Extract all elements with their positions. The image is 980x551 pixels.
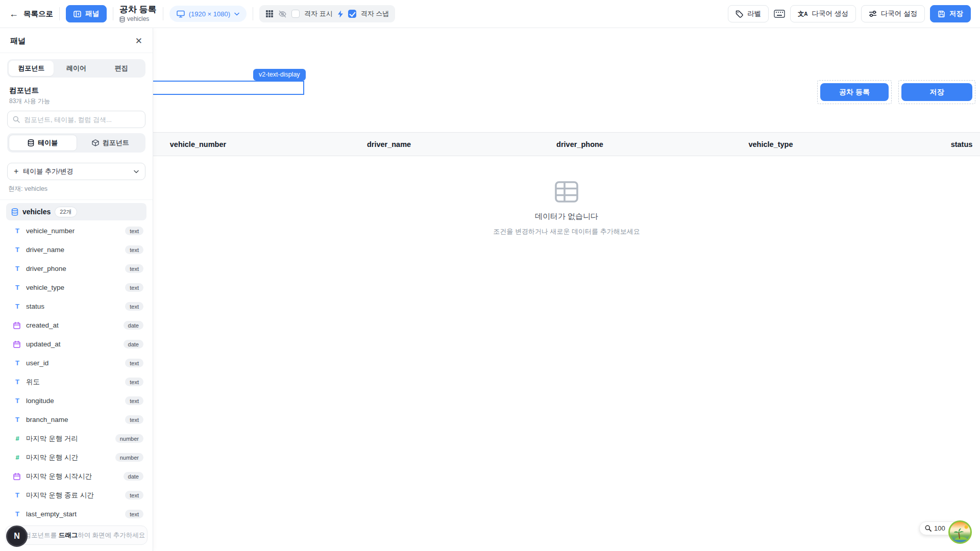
eye-off-icon[interactable] — [278, 10, 287, 18]
panel-toggle-label: 패널 — [85, 9, 99, 18]
label-button[interactable]: 라벨 — [728, 5, 769, 22]
field-name: user_id — [26, 359, 48, 367]
i18n-settings-button[interactable]: 다국어 설정 — [861, 5, 925, 22]
add-change-table-button[interactable]: + 테이블 추가/변경 — [7, 163, 145, 180]
back-to-list-button[interactable]: ← 목록으로 — [9, 9, 53, 19]
table-row-vehicles[interactable]: vehicles 22개 — [6, 203, 146, 220]
canvas-register-button[interactable]: 공차 등록 — [820, 83, 889, 101]
canvas-save-button[interactable]: 저장 — [901, 83, 972, 101]
translate-icon: 文A — [798, 10, 807, 18]
text-type-icon: T — [13, 510, 21, 518]
field-row-마지막 운행 종료 시간[interactable]: T마지막 운행 종료 시간text — [6, 486, 146, 505]
field-type-badge: text — [125, 359, 143, 367]
i18n-settings-label: 다국어 설정 — [881, 9, 917, 18]
text-type-icon: T — [13, 303, 21, 310]
selected-text-display-component[interactable] — [132, 81, 304, 95]
panel-tabs: 컴포넌트레이어편집 — [7, 59, 145, 78]
zoom-level-value: 100 — [934, 524, 945, 532]
field-type-badge: text — [125, 396, 143, 405]
sliders-icon — [869, 10, 877, 17]
divider — [163, 7, 163, 20]
field-type-badge: text — [125, 302, 143, 311]
field-row-마지막 운행 거리[interactable]: #마지막 운행 거리number — [6, 429, 146, 448]
avatar[interactable]: N — [6, 525, 28, 547]
field-type-badge: number — [115, 434, 143, 443]
grid-controls-group: 격자 표시 격자 스냅 — [259, 5, 395, 22]
field-row-user_id[interactable]: Tuser_idtext — [6, 354, 146, 372]
viewport-size-label: (980 × 551) — [189, 10, 230, 18]
viewport-size-dropdown[interactable]: (980 × 551) — [169, 6, 247, 22]
database-icon — [119, 16, 125, 22]
lightning-icon[interactable] — [337, 10, 344, 18]
text-type-icon: T — [13, 491, 21, 499]
add-change-table-label: 테이블 추가/변경 — [23, 167, 73, 176]
monitor-icon — [177, 10, 185, 18]
page-title: 공차 등록 — [119, 5, 157, 15]
divider — [113, 7, 113, 20]
field-name: branch_name — [26, 416, 68, 423]
field-row-longitude[interactable]: Tlongitudetext — [6, 391, 146, 410]
empty-state-title: 데이터가 없습니다 — [439, 212, 694, 221]
field-type-badge: date — [124, 340, 143, 348]
source-toggle: 테이블 컴포넌트 — [7, 133, 145, 153]
field-row-driver_name[interactable]: Tdriver_nametext — [6, 240, 146, 259]
field-row-last_empty_start[interactable]: Tlast_empty_starttext — [6, 505, 146, 523]
island-feedback-icon[interactable] — [948, 520, 972, 544]
keyboard-shortcuts-icon[interactable] — [774, 10, 785, 18]
text-type-icon: T — [13, 284, 21, 291]
field-row-status[interactable]: Tstatustext — [6, 297, 146, 316]
save-button-label: 저장 — [949, 9, 963, 18]
field-row-vehicle_number[interactable]: Tvehicle_numbertext — [6, 221, 146, 240]
table-header-vehicle_type[interactable]: vehicle_type — [675, 133, 866, 156]
field-name: 마지막 운행 종료 시간 — [26, 491, 94, 500]
close-icon[interactable]: ✕ — [135, 37, 142, 45]
text-type-icon: T — [13, 397, 21, 405]
divider — [0, 199, 153, 200]
field-row-vehicle_type[interactable]: Tvehicle_typetext — [6, 278, 146, 297]
save-button[interactable]: 저장 — [930, 5, 971, 22]
field-type-badge: text — [125, 245, 143, 254]
table-header-driver_phone[interactable]: driver_phone — [484, 133, 675, 156]
field-row-updated_at[interactable]: updated_atdate — [6, 335, 146, 354]
field-name: 마지막 운행 거리 — [26, 434, 78, 443]
grid-icon[interactable] — [265, 10, 274, 18]
component-search[interactable] — [7, 111, 145, 128]
field-name: longitude — [26, 397, 54, 405]
field-row-마지막 운행 시간[interactable]: #마지막 운행 시간number — [6, 448, 146, 467]
toggle-component-label: 컴포넌트 — [103, 138, 129, 147]
number-type-icon: # — [13, 454, 21, 461]
field-name: vehicle_number — [26, 227, 75, 235]
field-name: 마지막 운행 시작시간 — [26, 472, 92, 481]
database-icon — [28, 139, 34, 146]
table-header-driver_name[interactable]: driver_name — [293, 133, 484, 156]
field-row-branch_name[interactable]: Tbranch_nametext — [6, 410, 146, 429]
date-type-icon — [13, 341, 21, 348]
panel-toggle-button[interactable]: 패널 — [66, 5, 107, 22]
field-count-badge: 22개 — [55, 207, 77, 217]
toggle-component-button[interactable]: 컴포넌트 — [77, 135, 144, 151]
table-name: vehicles — [22, 208, 51, 216]
text-type-icon: T — [13, 227, 21, 235]
table-header-status[interactable]: status — [866, 133, 980, 156]
field-row-created_at[interactable]: created_atdate — [6, 316, 146, 335]
field-row-위도[interactable]: T위도text — [6, 372, 146, 391]
search-icon — [13, 116, 20, 123]
divider — [253, 7, 253, 20]
field-row-driver_phone[interactable]: Tdriver_phonetext — [6, 259, 146, 278]
field-type-badge: text — [125, 491, 143, 499]
field-row-마지막 운행 시작시간[interactable]: 마지막 운행 시작시간date — [6, 467, 146, 486]
toggle-table-button[interactable]: 테이블 — [9, 135, 77, 151]
text-type-icon: T — [13, 246, 21, 254]
tab-레이어[interactable]: 레이어 — [54, 61, 99, 76]
search-input[interactable] — [24, 116, 140, 123]
magnifier-icon — [925, 525, 932, 532]
field-type-badge: text — [125, 283, 143, 292]
grid-show-checkbox[interactable] — [291, 10, 300, 18]
grid-snap-checkbox[interactable] — [348, 10, 356, 18]
chevron-down-icon — [134, 170, 139, 173]
table-empty-state: 데이터가 없습니다 조건을 변경하거나 새로운 데이터를 추가해보세요 — [439, 181, 694, 236]
tab-컴포넌트[interactable]: 컴포넌트 — [9, 61, 54, 76]
i18n-generate-button[interactable]: 文A 다국어 생성 — [790, 5, 856, 22]
tab-편집[interactable]: 편집 — [99, 61, 144, 76]
grid-show-label: 격자 표시 — [304, 9, 333, 18]
